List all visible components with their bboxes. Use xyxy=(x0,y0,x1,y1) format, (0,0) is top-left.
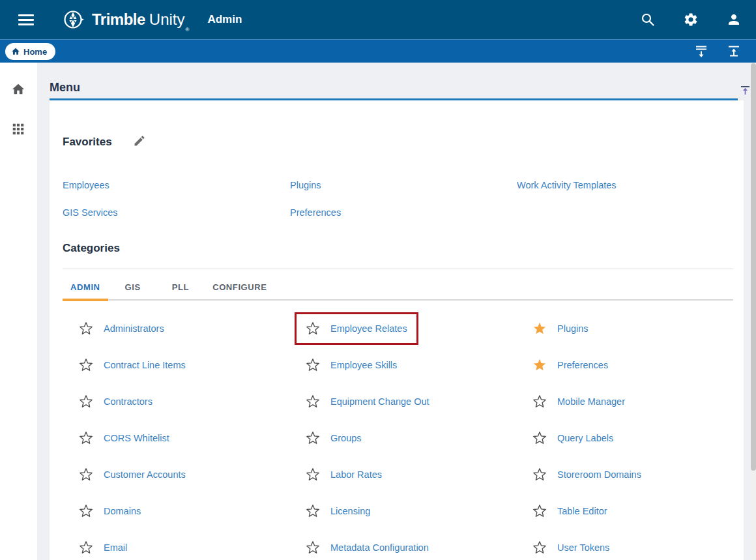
star-outline-icon[interactable] xyxy=(532,467,547,482)
menu-item-box: Employee Skills xyxy=(295,349,408,381)
favorite-link-work-activity-templates[interactable]: Work Activity Templates xyxy=(517,180,617,190)
hamburger-menu-icon[interactable] xyxy=(18,12,34,27)
menu-item-link[interactable]: Employee Relates xyxy=(330,323,407,334)
star-outline-icon[interactable] xyxy=(532,394,547,409)
star-outline-icon[interactable] xyxy=(79,358,93,372)
menu-item-link[interactable]: Groups xyxy=(330,433,362,443)
align-top-icon[interactable] xyxy=(726,44,742,59)
menu-item-link[interactable]: Table Editor xyxy=(557,506,607,516)
menu-item-box: Labor Rates xyxy=(295,458,393,491)
menu-item: Employee Relates xyxy=(289,310,516,347)
collapse-down-icon[interactable] xyxy=(693,44,709,59)
star-filled-icon[interactable] xyxy=(532,358,547,372)
sidebar-apps-grid-icon[interactable] xyxy=(11,122,25,136)
tab-configure[interactable]: CONFIGURE xyxy=(205,275,274,299)
star-outline-icon[interactable] xyxy=(306,504,320,518)
menu-item: Query Labels xyxy=(516,420,743,456)
menu-item: Customer Accounts xyxy=(63,456,289,493)
menu-item-link[interactable]: Domains xyxy=(104,506,141,516)
star-outline-icon[interactable] xyxy=(79,467,93,482)
menu-item-link[interactable]: User Tokens xyxy=(557,542,609,553)
menu-item: Labor Rates xyxy=(289,456,516,493)
star-outline-icon[interactable] xyxy=(532,431,547,445)
star-outline-icon[interactable] xyxy=(306,358,320,372)
menu-item-link[interactable]: Licensing xyxy=(330,506,370,516)
pencil-edit-icon[interactable] xyxy=(133,134,146,147)
menu-item: Storeroom Domains xyxy=(516,456,743,493)
star-outline-icon[interactable] xyxy=(306,467,320,482)
menu-item-link[interactable]: Employee Skills xyxy=(330,360,397,370)
star-filled-icon[interactable] xyxy=(532,321,547,336)
topbar-actions xyxy=(640,0,742,39)
star-outline-icon[interactable] xyxy=(306,321,320,336)
star-outline-icon[interactable] xyxy=(532,540,547,555)
menu-item-link[interactable]: Metadata Configuration xyxy=(330,542,429,553)
search-icon[interactable] xyxy=(640,12,656,27)
star-outline-icon[interactable] xyxy=(79,504,93,518)
menu-item-link[interactable]: Contractors xyxy=(104,396,153,407)
home-breadcrumb-label: Home xyxy=(23,47,47,57)
menu-item: Licensing xyxy=(289,493,516,529)
menu-item-link[interactable]: Equipment Change Out xyxy=(330,396,429,407)
home-breadcrumb-button[interactable]: Home xyxy=(5,43,55,60)
scrollbar-thumb[interactable] xyxy=(751,63,756,471)
menu-item-box: Contract Line Items xyxy=(68,349,197,381)
person-icon[interactable] xyxy=(726,12,742,27)
menu-item: CORS Whitelist xyxy=(63,420,289,456)
favorite-link-plugins[interactable]: Plugins xyxy=(290,180,321,190)
favorites-heading: Favorites xyxy=(63,136,112,149)
menu-item-box: Preferences xyxy=(521,349,619,381)
menu-item-link[interactable]: Query Labels xyxy=(557,433,613,443)
menu-item-link[interactable]: Preferences xyxy=(557,360,608,370)
app-window: Trimble Unity ® Admin Home xyxy=(0,0,756,560)
menu-item-link[interactable]: Labor Rates xyxy=(330,469,382,480)
favorite-link-employees[interactable]: Employees xyxy=(63,180,109,190)
star-outline-icon[interactable] xyxy=(306,431,320,445)
menu-item-box: Email xyxy=(68,531,138,560)
menu-item-link[interactable]: CORS Whitelist xyxy=(104,433,169,443)
menu-item: Metadata Configuration xyxy=(289,529,516,560)
star-outline-icon[interactable] xyxy=(79,431,93,445)
app-title: Admin xyxy=(207,13,242,26)
menu-item-link[interactable]: Customer Accounts xyxy=(104,469,186,480)
menu-item-box: Metadata Configuration xyxy=(295,531,440,560)
trimble-logo-mark-icon xyxy=(62,8,85,31)
menu-item-link[interactable]: Administrators xyxy=(104,323,164,334)
breadcrumb-bar: Home xyxy=(0,39,756,63)
favorite-link-gis-services[interactable]: GIS Services xyxy=(63,207,118,218)
gear-icon[interactable] xyxy=(683,12,699,27)
vertical-scrollbar[interactable] xyxy=(751,63,756,560)
categories-divider xyxy=(63,269,733,269)
menu-item-link[interactable]: Contract Line Items xyxy=(104,360,186,370)
scroll-to-top-icon[interactable] xyxy=(740,85,751,96)
menu-item: User Tokens xyxy=(516,529,743,560)
menu-item-link[interactable]: Mobile Manager xyxy=(557,396,625,407)
favorite-link-preferences[interactable]: Preferences xyxy=(290,207,341,218)
menu-item-box: Domains xyxy=(68,495,152,527)
menu-item: Groups xyxy=(289,420,516,456)
menu-item-link[interactable]: Storeroom Domains xyxy=(557,469,641,480)
star-outline-icon[interactable] xyxy=(532,504,547,518)
tab-admin[interactable]: ADMIN xyxy=(63,275,108,299)
star-outline-icon[interactable] xyxy=(306,540,320,555)
category-tabs: ADMIN GIS PLL CONFIGURE xyxy=(63,275,733,301)
tab-pll[interactable]: PLL xyxy=(164,275,197,299)
menu-item-box: Customer Accounts xyxy=(68,458,197,491)
tab-gis[interactable]: GIS xyxy=(117,275,149,299)
star-outline-icon[interactable] xyxy=(79,321,93,336)
star-outline-icon[interactable] xyxy=(79,540,93,555)
menu-item-box: Equipment Change Out xyxy=(295,385,441,418)
menu-item-box: Groups xyxy=(295,422,373,454)
menu-item: Employee Skills xyxy=(289,347,516,383)
left-sidebar xyxy=(0,63,37,560)
menu-item-link[interactable]: Plugins xyxy=(557,323,589,334)
sidebar-home-icon[interactable] xyxy=(11,82,25,96)
menu-item: Email xyxy=(63,529,289,560)
menu-panel: Favorites Employees Plugins Work Activit… xyxy=(50,100,744,560)
star-outline-icon[interactable] xyxy=(79,394,93,409)
menu-item: Mobile Manager xyxy=(516,383,743,420)
menu-item-link[interactable]: Email xyxy=(104,542,127,553)
menu-item: Domains xyxy=(63,493,289,529)
menu-item-box: Contractors xyxy=(68,385,164,418)
star-outline-icon[interactable] xyxy=(306,394,320,409)
